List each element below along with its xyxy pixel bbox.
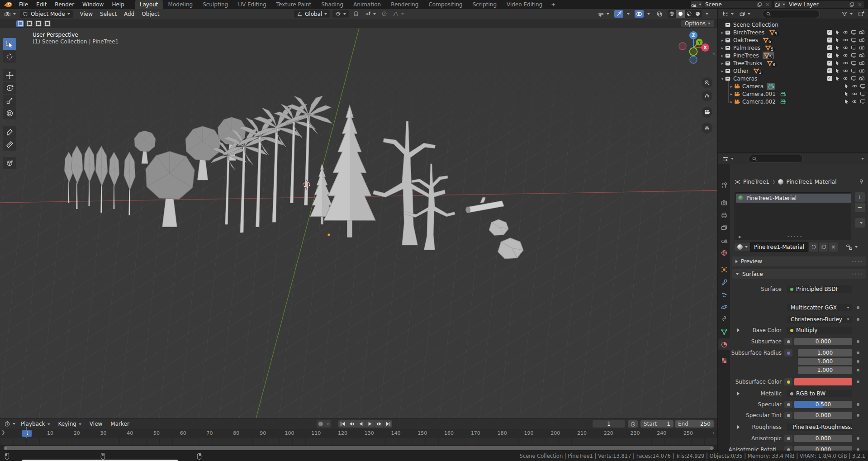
- menubar-item[interactable]: Window: [78, 1, 108, 8]
- zoom-button[interactable]: [702, 77, 712, 88]
- material-slot-active[interactable]: PineTree1-Material: [736, 194, 851, 203]
- expand-arrow-icon[interactable]: ▸: [720, 53, 725, 58]
- disable-viewport-icon[interactable]: [851, 68, 857, 74]
- xray-toggle[interactable]: [655, 10, 664, 18]
- disable-render-icon[interactable]: [859, 29, 865, 35]
- select-mode-extend[interactable]: [25, 20, 33, 27]
- fake-user-shield-button[interactable]: [808, 242, 818, 252]
- disable-render-icon[interactable]: [859, 37, 865, 43]
- logs-and-rocks[interactable]: [465, 196, 523, 259]
- workspace-tab[interactable]: UV Editing: [233, 0, 271, 9]
- menubar-item[interactable]: Edit: [32, 1, 51, 8]
- new-collection-button[interactable]: [857, 10, 866, 18]
- select-mode-intersect[interactable]: [43, 20, 51, 27]
- selectable-icon[interactable]: [835, 37, 840, 43]
- gizmo-neg-y[interactable]: [690, 48, 697, 56]
- hide-viewport-icon[interactable]: [852, 83, 858, 89]
- disable-viewport-icon[interactable]: [851, 52, 857, 58]
- outliner-row-cameras-collection[interactable]: ▾ Cameras: [718, 75, 868, 82]
- disable-render-icon[interactable]: [859, 45, 865, 51]
- hide-viewport-icon[interactable]: [843, 68, 849, 74]
- anisotropic-rotation-slider[interactable]: 0.000: [794, 446, 852, 451]
- expand-arrow-icon[interactable]: ▸: [729, 92, 734, 96]
- tab-render[interactable]: [721, 199, 728, 206]
- disable-viewport-icon[interactable]: [860, 99, 866, 105]
- animate-dot[interactable]: [857, 414, 859, 417]
- socket-button[interactable]: [784, 435, 792, 442]
- add-workspace-button[interactable]: +: [547, 1, 559, 8]
- properties-options-dropdown[interactable]: [858, 155, 865, 162]
- camera-view-button[interactable]: [702, 107, 712, 118]
- outliner-row-collection[interactable]: ▸ Other 3: [718, 67, 868, 75]
- material-specials-dropdown[interactable]: [855, 218, 865, 228]
- properties-editor-type-button[interactable]: [721, 155, 735, 162]
- selectable-icon[interactable]: [844, 91, 849, 97]
- viewport-menu-item[interactable]: View: [76, 11, 96, 17]
- outliner-filter-button[interactable]: [840, 10, 854, 18]
- outliner-editor-type-button[interactable]: [721, 10, 735, 18]
- marker-menu[interactable]: Marker: [106, 421, 133, 427]
- new-material-copy-button[interactable]: [818, 242, 828, 252]
- metallic-node-button[interactable]: RGB to BW: [787, 390, 852, 397]
- tab-constraints[interactable]: [721, 315, 728, 322]
- sidebar-collapse-arrow[interactable]: ‹: [713, 51, 715, 57]
- selectable-icon[interactable]: [835, 29, 840, 35]
- tab-texture[interactable]: [721, 357, 728, 364]
- channels-expand-arrow[interactable]: ❯: [1, 430, 5, 435]
- tab-scene[interactable]: [721, 237, 728, 244]
- animate-dot[interactable]: [857, 437, 859, 440]
- select-mode-set[interactable]: [16, 20, 24, 27]
- tool-cursor[interactable]: [3, 51, 16, 63]
- delete-view-layer-button[interactable]: ×: [856, 1, 864, 8]
- selectable-icon[interactable]: [835, 60, 840, 66]
- next-keyframe-button[interactable]: [375, 420, 384, 428]
- viewport-menu-item[interactable]: Add: [120, 11, 138, 17]
- workspace-tab[interactable]: Scripting: [468, 0, 502, 9]
- disable-render-icon[interactable]: [859, 52, 865, 58]
- expand-arrow-icon[interactable]: ▸: [729, 84, 734, 89]
- material-name-field[interactable]: PineTree1-Material: [750, 242, 808, 252]
- tool-measure[interactable]: [3, 138, 16, 151]
- animate-dot[interactable]: [857, 352, 859, 354]
- disable-viewport-icon[interactable]: [851, 29, 857, 35]
- socket-button[interactable]: [784, 378, 792, 385]
- pin-icon[interactable]: [858, 179, 864, 185]
- tool-transform[interactable]: [3, 107, 16, 119]
- delete-scene-button[interactable]: ×: [764, 1, 772, 8]
- pivot-point-dropdown[interactable]: [332, 10, 349, 18]
- surface-panel-header[interactable]: Surface ∙∙∙∙: [732, 269, 866, 279]
- dead-trees[interactable]: [373, 121, 455, 250]
- node-tree-button[interactable]: [844, 243, 859, 251]
- base-color-node-button[interactable]: Multiply: [787, 327, 852, 334]
- shading-rendered-button[interactable]: [693, 10, 702, 18]
- selectable-icon[interactable]: [835, 76, 840, 81]
- workspace-tab[interactable]: Rendering: [386, 0, 423, 9]
- expand-arrow-icon[interactable]: ▸: [720, 69, 725, 73]
- object-visibility-dropdown[interactable]: [596, 10, 611, 18]
- animate-dot[interactable]: [857, 318, 859, 321]
- menubar-item[interactable]: Render: [51, 1, 78, 8]
- hide-viewport-icon[interactable]: [852, 91, 858, 97]
- socket-button[interactable]: [784, 401, 792, 408]
- shading-solid-button[interactable]: [676, 10, 685, 18]
- view-layer-name[interactable]: View Layer: [785, 1, 848, 8]
- view-menu[interactable]: View: [85, 421, 106, 427]
- outliner-row-collection[interactable]: ▸ OakTrees 6: [718, 36, 868, 44]
- view-layer-icon[interactable]: [774, 1, 785, 8]
- selectable-icon[interactable]: [844, 99, 849, 105]
- tab-object[interactable]: [721, 266, 728, 273]
- tool-add-cube[interactable]: [3, 157, 16, 169]
- menubar-item[interactable]: File: [15, 1, 32, 8]
- slot-list-grip[interactable]: ∙∙∙∙∙: [787, 234, 803, 238]
- animate-dot[interactable]: [857, 306, 859, 309]
- disable-viewport-icon[interactable]: [851, 37, 857, 43]
- hide-viewport-icon[interactable]: [843, 60, 849, 66]
- tab-material-active[interactable]: [721, 341, 728, 348]
- auto-key-record-button[interactable]: [318, 422, 323, 426]
- tab-output[interactable]: [721, 212, 728, 219]
- remove-material-slot-button[interactable]: −: [855, 203, 865, 212]
- workspace-tab[interactable]: Animation: [348, 0, 386, 9]
- object-origin-dot[interactable]: [327, 233, 330, 236]
- outliner-row-camera[interactable]: ▸ Camera.001: [718, 90, 868, 98]
- ruler-collapse-arrow[interactable]: ‹: [712, 430, 714, 435]
